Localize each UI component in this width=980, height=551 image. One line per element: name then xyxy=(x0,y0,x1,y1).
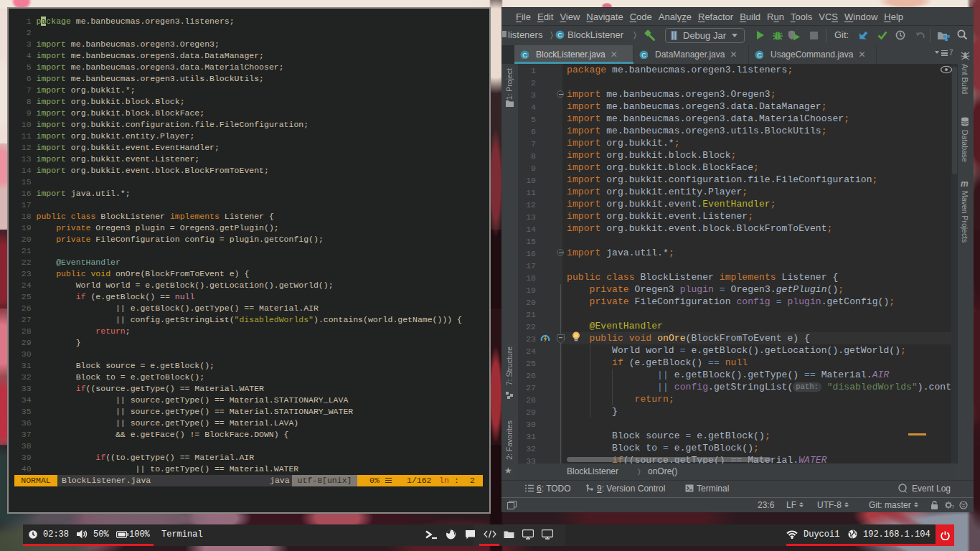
svg-text:C: C xyxy=(641,52,646,59)
svg-text:?: ? xyxy=(951,504,954,509)
svg-text:C: C xyxy=(757,52,762,59)
svg-text:C: C xyxy=(522,52,527,59)
svg-text:C: C xyxy=(557,32,562,39)
